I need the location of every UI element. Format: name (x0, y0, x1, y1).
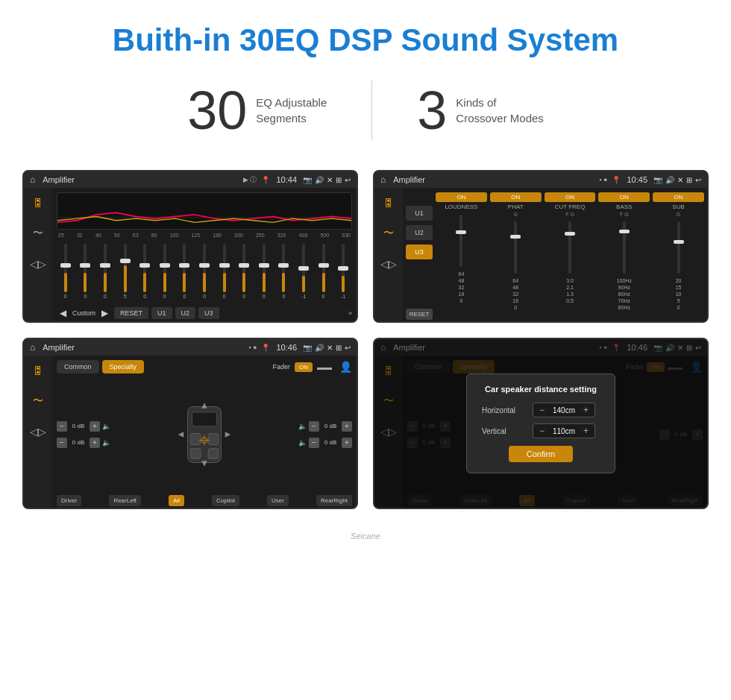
eq-slider-track[interactable] (124, 244, 127, 292)
eq-slider-track[interactable] (84, 244, 87, 292)
eq-slider-track[interactable] (282, 244, 285, 292)
sidebar-wave-icon3[interactable]: 〜 (30, 391, 46, 411)
channel-phat: ON PHAT G 64 48 32 16 0 (490, 192, 542, 320)
eq-slider-col: 0 (57, 244, 75, 299)
car-diagram (115, 401, 294, 468)
fader-row: Fader ON ▬▬ (272, 362, 332, 372)
home-icon[interactable]: ⌂ (30, 174, 35, 185)
sidebar-wave-icon2[interactable]: 〜 (380, 224, 397, 243)
vol-plus-4[interactable]: + (342, 438, 352, 448)
prev-icon[interactable]: ◀ (57, 306, 69, 320)
crossover-reset-btn[interactable]: RESET (406, 309, 433, 320)
u1-btn[interactable]: U1 (151, 307, 172, 319)
svg-rect-7 (208, 448, 219, 458)
preset-u2[interactable]: U2 (406, 225, 433, 240)
window-icon2: ⊞ (686, 176, 692, 184)
loudness-on-btn[interactable]: ON (436, 192, 487, 202)
vertical-plus-btn[interactable]: + (582, 426, 590, 436)
eq-slider-track[interactable] (104, 244, 107, 292)
screen2-statusbar: ⌂ Amplifier ▪ ● 📍 10:45 📷 🔊 ✕ ⊞ ↩ (374, 171, 707, 188)
vol-minus-4[interactable]: − (309, 438, 319, 448)
eq-slider-track[interactable] (342, 244, 345, 292)
sidebar-vol-icon[interactable]: ◁▷ (27, 255, 49, 273)
u2-btn[interactable]: U2 (175, 307, 196, 319)
spk-driver[interactable]: Driver (57, 495, 81, 506)
eq-slider-track[interactable] (183, 244, 186, 292)
spk-copilot[interactable]: Copilot (212, 495, 239, 506)
camera-icon: 📷 (303, 176, 312, 184)
back-icon2[interactable]: ↩ (695, 176, 701, 184)
sidebar-eq-icon2[interactable]: 🎛 (380, 194, 397, 212)
vol-row-3: 🔈 − 0 dB + (298, 421, 352, 432)
mode-label: Custom (72, 309, 95, 317)
horizontal-minus-btn[interactable]: − (538, 405, 546, 415)
vol-plus-1[interactable]: + (90, 421, 100, 432)
eq-slider-track[interactable] (322, 244, 325, 292)
vol-minus-2[interactable]: − (57, 438, 67, 448)
confirm-button[interactable]: Confirm (509, 446, 574, 462)
fader-sliders-icon: ▬▬ (317, 363, 332, 371)
vol-row-4: 🔈 − 0 dB + (298, 438, 352, 448)
horizontal-plus-btn[interactable]: + (582, 405, 590, 415)
eq-slider-track[interactable] (64, 244, 67, 292)
spk-rearleft[interactable]: RearLeft (109, 495, 141, 506)
screen1-icons: ▶ ⓘ (243, 175, 257, 185)
eq-slider-track[interactable] (263, 244, 266, 292)
window-icon: ⊞ (336, 176, 342, 184)
sidebar-eq-icon3[interactable]: 🎛 (30, 362, 46, 379)
preset-u1[interactable]: U1 (406, 206, 433, 221)
back-icon3[interactable]: ↩ (345, 344, 351, 352)
sidebar-vol-icon3[interactable]: ◁▷ (27, 423, 49, 441)
u3-btn[interactable]: U3 (198, 307, 219, 319)
expand-arrows: » (348, 309, 352, 317)
dialog-vertical-row: Vertical − 110cm + (482, 423, 600, 438)
volume-icon2: 🔊 (665, 176, 674, 184)
eq-slider-track[interactable] (242, 244, 245, 292)
bass-on-btn[interactable]: ON (598, 192, 650, 202)
eq-slider-track[interactable] (302, 244, 305, 292)
phat-on-btn[interactable]: ON (490, 192, 542, 202)
page-title: Buith-in 30EQ DSP Sound System (0, 0, 731, 66)
cutfreq-on-btn[interactable]: ON (545, 192, 596, 202)
channel-sub: ON SUB G 20 15 10 5 0 (653, 192, 704, 320)
tab-common[interactable]: Common (57, 360, 99, 373)
next-icon[interactable]: ▶ (98, 306, 111, 320)
sub-slider[interactable] (677, 221, 680, 274)
vol-minus-1[interactable]: − (57, 421, 67, 432)
user-profile-icon[interactable]: 👤 (339, 361, 352, 373)
spk-rearright[interactable]: RearRight (316, 495, 352, 506)
sub-on-btn[interactable]: ON (653, 192, 704, 202)
back-icon[interactable]: ↩ (345, 176, 351, 184)
spk-all[interactable]: All (169, 495, 184, 506)
vol-minus-3[interactable]: − (309, 421, 319, 432)
sidebar-vol-icon2[interactable]: ◁▷ (377, 255, 400, 273)
pin-icon: 📍 (261, 176, 270, 184)
sub-label: SUB (672, 204, 684, 210)
phat-slider[interactable] (514, 221, 517, 274)
fader-on-btn[interactable]: ON (295, 362, 313, 372)
cutfreq-slider[interactable] (568, 221, 571, 274)
home-icon3[interactable]: ⌂ (30, 342, 35, 353)
eq-slider-track[interactable] (223, 244, 226, 292)
preset-u3[interactable]: U3 (406, 245, 433, 259)
eq-slider-track[interactable] (143, 244, 146, 292)
vol-plus-2[interactable]: + (90, 438, 100, 448)
vol-plus-3[interactable]: + (342, 421, 352, 432)
tab-specialty[interactable]: Specialty (102, 360, 145, 373)
eq-freq-labels: 2532405063 80100125160200 25032040050063… (57, 233, 352, 238)
home-icon2[interactable]: ⌂ (380, 174, 386, 185)
sidebar-eq-icon[interactable]: 🎛 (30, 194, 46, 212)
loudness-slider[interactable] (459, 215, 462, 267)
bass-slider[interactable] (623, 221, 626, 274)
reset-btn[interactable]: RESET (114, 307, 148, 319)
sidebar-wave-icon[interactable]: 〜 (30, 224, 46, 243)
dialog-title: Car speaker distance setting (482, 385, 600, 394)
vertical-minus-btn[interactable]: − (538, 426, 546, 436)
window-icon3: ⊞ (336, 344, 342, 352)
spk-user[interactable]: User (267, 495, 289, 506)
eq-slider-track[interactable] (163, 244, 166, 292)
vol-controls-right: 🔈 − 0 dB + 🔈 − 0 dB + (298, 421, 352, 448)
close-icon2: ✕ (677, 176, 683, 184)
screen1-eq: ⌂ Amplifier ▶ ⓘ 📍 10:44 📷 🔊 ✕ ⊞ ↩ 🎛 〜 ◁▷ (22, 170, 358, 323)
eq-slider-track[interactable] (203, 244, 206, 292)
